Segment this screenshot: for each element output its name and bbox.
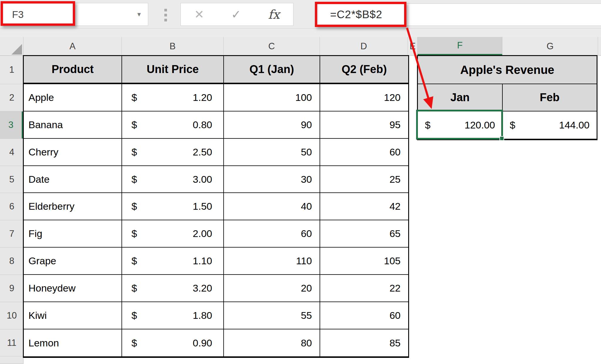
cell-value: 3.00 [193,174,212,185]
cell-value: 1.80 [193,310,212,321]
cell-c6[interactable]: 40 [224,193,320,220]
cell-b4[interactable]: $2.50 [122,139,224,166]
cell-f2[interactable]: Jan [418,84,503,111]
revenue-table: Apple's Revenue Jan Feb $120.00 $144.00 [417,55,597,140]
cell-d10[interactable]: 60 [320,302,408,329]
enter-icon[interactable]: ✓ [231,8,241,21]
insert-function-icon[interactable]: fx [268,7,280,22]
row-header-6[interactable]: 6 [0,193,23,220]
cell-d9[interactable]: 22 [320,275,408,302]
cell-b3[interactable]: $0.80 [122,111,224,139]
cell-a6[interactable]: Elderberry [24,193,122,220]
cell-a8[interactable]: Grape [24,248,122,275]
cell-d3[interactable]: 95 [320,111,408,139]
cell-b1[interactable]: Unit Price [122,56,224,84]
formula-bar-value[interactable]: =C2*$B$2 [318,9,382,21]
currency-symbol: $ [131,174,137,185]
cell-d8[interactable]: 105 [320,248,408,275]
cell-b7[interactable]: $2.00 [122,220,224,248]
cell-d2[interactable]: 120 [320,84,408,111]
row-header-7[interactable]: 7 [0,220,23,248]
cell-a9[interactable]: Honeydew [24,275,122,302]
row-header-3-selected[interactable]: 3 [0,111,23,139]
column-header-g[interactable]: G [502,37,598,56]
currency-symbol: $ [131,310,137,321]
currency-symbol: $ [131,92,137,103]
cell-value: 0.80 [193,119,212,131]
cancel-icon[interactable]: ✕ [194,8,204,21]
row-header-4[interactable]: 4 [0,139,23,166]
row-header-5[interactable]: 5 [0,166,23,193]
cell-f1-merged-title[interactable]: Apple's Revenue [418,56,597,84]
cell-f3-active[interactable]: $120.00 [418,111,503,139]
currency-symbol: $ [131,201,137,212]
cell-b5[interactable]: $3.00 [122,166,224,193]
column-header-c[interactable]: C [224,37,320,56]
name-box-dropdown-icon[interactable]: ▼ [130,11,148,18]
cell-c8[interactable]: 110 [224,248,320,275]
cell-value: 3.20 [193,282,212,294]
currency-symbol: $ [131,255,137,267]
cell-d4[interactable]: 60 [320,139,408,166]
cell-b9[interactable]: $3.20 [122,275,224,302]
toolbar-divider [0,28,601,29]
cell-b11[interactable]: $0.90 [122,329,224,356]
column-header-f-selected[interactable]: F [418,37,502,56]
currency-symbol: $ [131,282,137,294]
column-header-band: A B C D E F G [0,37,601,56]
formula-bar[interactable]: =C2*$B$2 [318,4,601,26]
cell-g2[interactable]: Feb [503,84,597,111]
cell-value: 1.20 [193,92,212,103]
row-header-1[interactable]: 1 [0,56,23,84]
cell-a10[interactable]: Kiwi [24,302,122,329]
cell-c5[interactable]: 30 [224,166,320,193]
cell-c10[interactable]: 55 [224,302,320,329]
cell-c11[interactable]: 80 [224,329,320,356]
row-header-10[interactable]: 10 [0,302,23,329]
cell-d11[interactable]: 85 [320,329,408,356]
currency-symbol: $ [425,119,431,131]
column-header-d[interactable]: D [320,37,408,56]
cell-d6[interactable]: 42 [320,193,408,220]
cell-a11[interactable]: Lemon [24,329,122,356]
cell-c4[interactable]: 50 [224,139,320,166]
select-all-corner[interactable] [0,37,23,56]
cell-c9[interactable]: 20 [224,275,320,302]
row-header-12-partial[interactable] [0,356,23,364]
cell-a4[interactable]: Cherry [24,139,122,166]
row-header-9[interactable]: 9 [0,275,23,302]
name-box-value[interactable]: F3 [3,9,130,20]
cell-value: 1.10 [193,255,212,267]
cell-b6[interactable]: $1.50 [122,193,224,220]
cell-a2[interactable]: Apple [24,84,122,111]
currency-symbol: $ [131,337,137,349]
cell-value: 120.00 [465,119,495,131]
name-box[interactable]: F3 ▼ [3,3,148,26]
select-all-triangle-icon [11,44,22,55]
cell-d7[interactable]: 65 [320,220,408,248]
cell-c7[interactable]: 60 [224,220,320,248]
row-header-8[interactable]: 8 [0,248,23,275]
column-header-b[interactable]: B [122,37,224,56]
cell-g3[interactable]: $144.00 [503,111,597,139]
currency-symbol: $ [131,146,137,158]
cell-d5[interactable]: 25 [320,166,408,193]
cell-d1[interactable]: Q2 (Feb) [320,56,408,84]
cell-a1[interactable]: Product [24,56,122,84]
cell-value: 2.00 [193,228,212,239]
row-header-11[interactable]: 11 [0,329,23,356]
cell-a3[interactable]: Banana [24,111,122,139]
cell-b8[interactable]: $1.10 [122,248,224,275]
cell-b2[interactable]: $1.20 [122,84,224,111]
cell-c3[interactable]: 90 [224,111,320,139]
cell-b10[interactable]: $1.80 [122,302,224,329]
cell-c2[interactable]: 100 [224,84,320,111]
cell-a7[interactable]: Fig [24,220,122,248]
cell-c1[interactable]: Q1 (Jan) [224,56,320,84]
spreadsheet-app: F3 ▼ ✕ ✓ fx =C2*$B$2 A B C D E F G 1 2 3… [0,0,601,364]
row-header-2[interactable]: 2 [0,84,23,111]
cell-value: 1.50 [193,201,212,212]
cell-a5[interactable]: Date [24,166,122,193]
column-header-e[interactable]: E [408,37,418,56]
column-header-a[interactable]: A [23,37,122,56]
